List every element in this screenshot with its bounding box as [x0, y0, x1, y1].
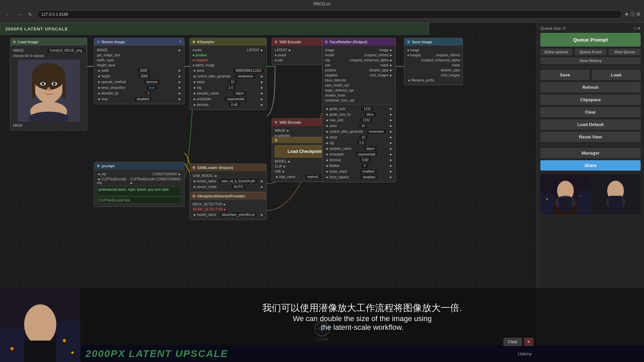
svg-point-3	[32, 63, 65, 90]
manager-button[interactable]: Manager	[540, 148, 641, 158]
subtitle-overlay: 我们可以使用潜像放大工作流程将图像放大一倍. We can double the…	[80, 288, 644, 345]
node-ksampler-body: modelLATENT ► ● positive ● negative ● la…	[190, 46, 266, 110]
clipspace-button[interactable]: Clipspace	[540, 95, 641, 105]
image-field-row: IMAGE ComfyUI_00118_.png	[13, 48, 84, 53]
svg-point-23	[580, 195, 581, 196]
queue-front-button[interactable]: Queue Front	[575, 49, 607, 55]
node-prompt-body: ◄ clipCONDITIONING ► ◄ CLIPTextEncode cl…	[94, 170, 184, 206]
divider-1	[540, 67, 641, 67]
load-button[interactable]: Load	[592, 70, 641, 80]
mask-field: MASK	[13, 123, 84, 128]
node-facedetailer-header: FaceDetailer (Output)	[322, 38, 395, 46]
watermark: 天天素材	[314, 320, 330, 342]
address-bar[interactable]	[37, 10, 622, 19]
upload-label-row: choose file to upload	[13, 53, 84, 58]
node-resize-image: Resize Image ? IMAGE► get_image_size wid…	[94, 38, 184, 104]
app-container: 2000PX LATENT UPSCALE	[0, 23, 644, 362]
node-vae-decode-header: VAE Decode	[272, 119, 330, 126]
svg-point-11	[53, 83, 55, 85]
node-load-image: Load Image IMAGE ComfyUI_00118_.png choo…	[10, 38, 87, 130]
svg-point-36	[71, 351, 73, 354]
bottom-clear-button[interactable]: Clear	[503, 338, 522, 346]
queue-size-label: Queue size: 0	[540, 26, 565, 31]
browser-title: RRCG.cn	[0, 0, 644, 8]
bottom-thumbnails: Rerun Gen	[0, 288, 80, 362]
refresh-button[interactable]: Refresh	[540, 82, 641, 93]
node-vae-encode-header: VAE Encode	[272, 38, 330, 46]
share-button[interactable]: Share	[540, 160, 641, 171]
node-save-image-header: Save Image	[405, 38, 463, 46]
clear-button[interactable]: Clear	[540, 107, 641, 117]
node-save-image-body: ● image ● imagescropped_refined cropped_…	[405, 46, 463, 85]
svg-rect-19	[559, 197, 572, 211]
node-prompt: prompt ◄ clipCONDITIONING ► ◄ CLIPTextEn…	[94, 162, 184, 207]
browser-toolbar: ← → ↻ ★ ⓘ ⚙	[0, 8, 644, 21]
node-ksampler-header: KSampler	[190, 38, 266, 46]
browser-chrome: RRCG.cn ← → ↻ ★ ⓘ ⚙	[0, 0, 644, 23]
sidebar-preview	[540, 174, 641, 214]
svg-rect-30	[0, 328, 24, 362]
node-vae-encode-body: LATENT ► ● pixels ● vae	[272, 46, 330, 65]
svg-rect-4	[32, 78, 35, 98]
svg-point-12	[47, 87, 50, 91]
svg-rect-27	[609, 196, 622, 213]
reload-button[interactable]: ↻	[26, 11, 34, 18]
node-resize-header: Resize Image ?	[94, 38, 184, 46]
svg-rect-33	[24, 341, 56, 362]
svg-rect-21	[577, 191, 591, 214]
node-samloader: SAMLoader (Impact) SAM_MODEL ► ◄ model_n…	[190, 164, 267, 192]
node-vae-encode: VAE Encode LATENT ► ● pixels ● vae	[272, 38, 330, 65]
node-prompt-header: prompt	[94, 162, 184, 170]
forward-button[interactable]: →	[15, 11, 23, 18]
node-facedetailer-body: imageimage ► modelcropped_refined ► clip…	[322, 46, 395, 182]
bottom-banner: 2000PX LATENT UPSCALE	[80, 345, 644, 362]
load-default-button[interactable]: Load Default	[540, 119, 641, 130]
svg-rect-20	[540, 194, 554, 214]
node-samloader-body: SAM_MODEL ► ◄ model_namesam_vit_b_01ec64…	[190, 171, 266, 192]
svg-point-22	[546, 198, 548, 200]
browser-icons: ★ ⓘ ⚙	[625, 11, 641, 17]
node-samloader-header: SAMLoader (Impact)	[190, 164, 266, 171]
node-ultralytics: UltralyticsDetectorProvider BBOX_DETECTO…	[190, 192, 267, 220]
bottom-right-controls: Clear ✕	[503, 338, 533, 346]
node-load-image-header: Load Image	[10, 38, 87, 46]
node-ultralytics-body: BBOX_DETECTOR ► SEGM_DETECTOR ● ◄ model_…	[190, 200, 266, 220]
subtitle-zh: 我们可以使用潜像放大工作流程将图像放大一倍.	[262, 302, 462, 314]
bottom-close-button[interactable]: ✕	[524, 338, 533, 346]
svg-rect-31	[56, 320, 80, 362]
extra-options-button[interactable]: Extra options	[540, 49, 573, 55]
svg-point-32	[24, 304, 56, 345]
workflow-banner: 2000PX LATENT UPSCALE	[0, 23, 429, 35]
svg-rect-5	[62, 78, 66, 98]
image-preview	[18, 60, 80, 122]
node-ultralytics-header: UltralyticsDetectorProvider	[190, 192, 266, 200]
node-facedetailer: FaceDetailer (Output) imageimage ► model…	[322, 38, 396, 182]
view-queue-button[interactable]: View Queue	[608, 49, 641, 55]
node-save-image: Save Image ● image ● imagescropped_refin…	[404, 38, 463, 85]
positive-prompt[interactable]: professional photo, night, bokeh, guy ar…	[97, 186, 181, 196]
queue-row: Queue size: 0 □ ✕	[540, 26, 641, 31]
svg-point-8	[42, 83, 44, 85]
svg-point-34	[10, 347, 14, 350]
node-load-image-body: IMAGE ComfyUI_00118_.png choose file to …	[10, 46, 87, 130]
node-resize-body: IMAGE► get_image_size width_input height…	[94, 46, 184, 104]
queue-prompt-button[interactable]: Queue Prompt	[540, 33, 641, 47]
divider-2	[540, 145, 641, 145]
negative-prompt[interactable]: CLIPTextEncode text	[97, 197, 181, 204]
thumbnail-city	[0, 288, 80, 362]
view-history-button[interactable]: View History	[540, 57, 641, 64]
udemy-badge: Udemy	[513, 345, 537, 362]
svg-point-35	[63, 339, 66, 342]
save-button[interactable]: Save	[540, 70, 590, 80]
node-ksampler: KSampler modelLATENT ► ● positive ● nega…	[190, 38, 267, 110]
back-button[interactable]: ←	[3, 11, 12, 18]
reset-view-button[interactable]: Reset View	[540, 132, 641, 142]
thumbnail-container	[0, 288, 80, 362]
